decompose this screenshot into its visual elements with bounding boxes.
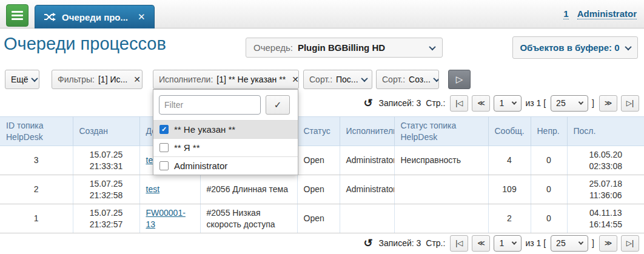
buffer-dropdown[interactable]: Объектов в буфере: 0 — [512, 36, 638, 59]
filters-label: Фильтры: — [58, 75, 95, 84]
col-header-topic-id: ID топика HelpDesk — [0, 117, 73, 146]
cell-created: 15.07.25 21:32:57 — [73, 204, 139, 233]
filter-input[interactable] — [159, 95, 261, 115]
cell-id: 3 — [0, 146, 73, 175]
records-count: Записей: 3 — [378, 98, 421, 108]
col-header-executors: Исполнители — [340, 117, 394, 146]
sort1-button[interactable]: Сорт.: Пос... — [303, 70, 372, 89]
tab-close-icon[interactable]: ✕ — [138, 12, 146, 22]
cell-executors: Administrator — [340, 175, 394, 204]
header-row: Очереди процессов Очередь: Plugin BGBill… — [0, 28, 644, 64]
prev-page-button[interactable]: ≪ — [472, 95, 490, 112]
cell-created: 15.07.25 21:33:31 — [73, 146, 139, 175]
executors-label: Исполнители: — [159, 75, 213, 84]
run-button[interactable]: ▷ — [448, 70, 471, 89]
first-page-button[interactable]: |◁ — [450, 95, 468, 112]
filters-button[interactable]: Фильтры: [1] Ис... ✕ — [52, 70, 143, 89]
chevron-down-icon — [31, 75, 38, 82]
menu-button[interactable] — [6, 4, 29, 27]
page-of-text: из 1 [ — [525, 98, 546, 108]
cell-last: 25.07.18 11:36:06 — [567, 175, 644, 204]
bracket-text: ] — [592, 98, 594, 108]
option-label: Administrator — [174, 161, 227, 171]
tab-process-queues[interactable]: Очереди про... ✕ — [35, 5, 155, 28]
cell-status: Open — [297, 204, 340, 233]
queue-label: Очередь: — [253, 42, 293, 53]
page-value: 1 — [499, 98, 504, 108]
page-select[interactable]: 1 — [494, 235, 522, 252]
page-select[interactable]: 1 — [494, 95, 522, 112]
contract-link[interactable]: FW00001-13 — [146, 208, 186, 229]
page-title: Очереди процессов — [4, 34, 166, 54]
next-page-button[interactable]: ≫ — [599, 235, 617, 252]
page-label: Стр.: — [426, 238, 445, 248]
chevron-down-icon — [361, 75, 367, 82]
process-queues-page: Очереди про... ✕ 1 Administrator Очереди… — [0, 0, 644, 254]
cell-executors — [340, 204, 394, 233]
col-header-status: Статус — [297, 117, 340, 146]
sort2-value: Соз... — [409, 75, 431, 84]
popup-option[interactable]: ** Я ** — [153, 138, 298, 156]
col-header-last: Посл. — [567, 117, 644, 146]
page-size-value: 25 — [556, 238, 566, 248]
close-icon[interactable]: ✕ — [133, 75, 141, 84]
next-page-button[interactable]: ≫ — [599, 95, 617, 112]
refresh-icon[interactable]: ↺ — [363, 96, 372, 110]
more-button[interactable]: Ещё — [5, 70, 39, 89]
queue-select[interactable]: Очередь: Plugin BGBilling HD — [246, 38, 443, 58]
last-page-button[interactable]: ▷| — [621, 235, 639, 252]
executors-button[interactable]: Исполнители: [1] ** Не указан ** ✕ — [153, 70, 299, 89]
page-of-text: из 1 [ — [525, 238, 546, 248]
apply-filter-button[interactable]: ✓ — [266, 95, 290, 115]
cell-contract: FW00001-13 — [139, 204, 200, 233]
chevron-down-icon — [512, 239, 517, 244]
popup-option[interactable]: Administrator — [153, 156, 298, 175]
cell-last: 16.05.20 02:33:08 — [567, 146, 644, 175]
first-page-button[interactable]: |◁ — [450, 235, 468, 252]
close-icon[interactable]: ✕ — [292, 75, 299, 84]
cell-unread: 0 — [531, 146, 567, 175]
more-label: Ещё — [11, 75, 29, 84]
page-size-value: 25 — [556, 98, 566, 108]
page-size-select[interactable]: 25 — [551, 95, 588, 112]
refresh-icon[interactable]: ↺ — [363, 236, 372, 250]
table-row: 3 15.07.25 21:33:31 test Open Administra… — [0, 146, 644, 175]
page-value: 1 — [499, 238, 504, 248]
chevron-down-icon — [625, 43, 631, 50]
cell-id: 2 — [0, 175, 73, 204]
executors-popup: ✓ ** Не указан ** ** Я ** Administrator — [153, 89, 298, 175]
session-count-link[interactable]: 1 — [563, 8, 568, 19]
filters-value: [1] Ис... — [98, 75, 127, 84]
chevron-down-icon — [579, 239, 583, 244]
cell-topic-status: Неисправность — [394, 146, 488, 175]
cell-executors: Administrator — [340, 146, 394, 175]
chevron-down-icon — [433, 75, 439, 82]
prev-page-button[interactable]: ≪ — [472, 235, 490, 252]
sort2-button[interactable]: Сорт.: Соз... — [376, 70, 439, 89]
cell-messages: 109 — [488, 175, 531, 204]
cell-messages: 2 — [488, 204, 531, 233]
executors-value: [1] ** Не указан ** — [216, 75, 286, 84]
checkbox-icon[interactable] — [159, 143, 169, 152]
cell-messages: 4 — [488, 146, 531, 175]
col-header-topic-status: Статус топика HelpDesk — [394, 117, 488, 146]
page-size-select[interactable]: 25 — [551, 235, 588, 252]
current-user-link[interactable]: Administrator — [577, 8, 637, 19]
table-row: 2 15.07.25 21:32:58 test #2056 Длинная т… — [0, 175, 644, 204]
contract-link[interactable]: test — [146, 184, 160, 194]
cell-id: 1 — [0, 204, 73, 233]
checkbox-icon[interactable] — [159, 161, 169, 170]
cell-topic: #2055 Низкая скорость доступа — [200, 204, 297, 233]
col-header-created: Создан — [73, 117, 139, 146]
table-row: 1 15.07.25 21:32:57 FW00001-13 #2055 Низ… — [0, 204, 644, 233]
cell-unread: 0 — [531, 204, 567, 233]
checkbox-icon[interactable] — [159, 125, 169, 134]
tab-label: Очереди про... — [62, 12, 128, 22]
sort1-value: Пос... — [336, 75, 358, 84]
popup-option[interactable]: ** Не указан ** — [153, 120, 298, 138]
topbar: Очереди про... ✕ 1 Administrator — [0, 0, 644, 28]
bracket-text: ] — [592, 238, 594, 248]
col-header-messages: Сообщ. — [488, 117, 531, 146]
cell-topic-status — [394, 175, 488, 204]
last-page-button[interactable]: ▷| — [621, 95, 639, 112]
